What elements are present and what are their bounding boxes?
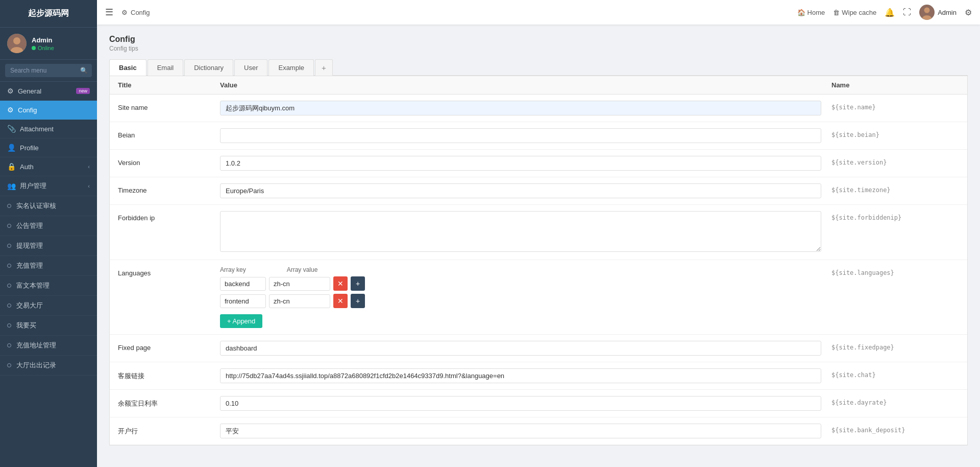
- header-title: Title: [118, 81, 220, 89]
- bank-deposit-input[interactable]: [220, 424, 821, 438]
- timezone-input[interactable]: [220, 183, 821, 198]
- sidebar-item-realname[interactable]: 实名认证审核: [0, 196, 97, 216]
- row-name-languages: ${site.languages}: [831, 266, 959, 276]
- content: Config Config tips Basic Email Dictionar…: [97, 25, 980, 467]
- gear-topbar-icon: ⚙: [121, 9, 128, 16]
- tab-example[interactable]: Example: [268, 59, 314, 76]
- gear-icon: ⚙: [7, 87, 14, 95]
- tab-add-button[interactable]: +: [315, 59, 333, 76]
- lang-key-0[interactable]: [220, 277, 266, 291]
- row-name-fixedpage: ${site.fixedpage}: [831, 341, 959, 351]
- tabs-bar: Basic Email Dictionary User Example +: [109, 59, 968, 76]
- sidebar-item-richtext[interactable]: 富文本管理: [0, 276, 97, 296]
- sidebar-item-attachment[interactable]: 📎 Attachment: [0, 120, 97, 138]
- row-name-version: ${site.version}: [831, 156, 959, 166]
- row-label-fixedpage: Fixed page: [118, 341, 220, 352]
- site-name-input[interactable]: [220, 101, 821, 115]
- circle-icon-5: [7, 284, 11, 288]
- table-row: Beian ${site.beian}: [110, 122, 967, 150]
- chat-input[interactable]: [220, 368, 821, 383]
- lang-key-1[interactable]: [220, 294, 266, 308]
- page-subtitle: Config tips: [109, 45, 968, 52]
- row-label-forbiddenip: Forbidden ip: [118, 211, 220, 222]
- lang-val-1[interactable]: [269, 294, 330, 308]
- hamburger-icon[interactable]: ☰: [105, 7, 113, 18]
- profile-icon: 👤: [7, 144, 16, 152]
- row-label-version: Version: [118, 156, 220, 167]
- delete-lang-0-button[interactable]: ✕: [333, 276, 348, 291]
- delete-lang-1-button[interactable]: ✕: [333, 294, 348, 308]
- array-row-0: ✕ +: [220, 276, 821, 291]
- sidebar-item-user-mgmt[interactable]: 👥 用户管理 ‹: [0, 176, 97, 196]
- table-row: 开户行 ${site.bank_deposit}: [110, 417, 967, 445]
- row-label-languages: Languages: [118, 266, 220, 277]
- sidebar-item-recharge[interactable]: 充值管理: [0, 256, 97, 276]
- table-row: Site name ${site.name}: [110, 95, 967, 122]
- row-name-chat: ${site.chat}: [831, 368, 959, 379]
- dayrate-input[interactable]: [220, 396, 821, 411]
- sidebar-item-more[interactable]: 大厅出出记录: [0, 356, 97, 376]
- sidebar-user: Admin Online: [0, 28, 97, 60]
- version-input[interactable]: [220, 156, 821, 171]
- beian-input[interactable]: [220, 128, 821, 143]
- notification-icon[interactable]: 🔔: [885, 8, 895, 17]
- table-row: Fixed page ${site.fixedpage}: [110, 335, 967, 362]
- new-badge: new: [76, 88, 90, 94]
- tab-basic[interactable]: Basic: [109, 59, 146, 76]
- sidebar-item-withdraw[interactable]: 提现管理: [0, 236, 97, 256]
- sidebar-item-announcements[interactable]: 公告管理: [0, 216, 97, 236]
- main-area: ☰ ⚙ Config 🏠 Home 🗑 Wipe cache 🔔 ⛶: [97, 0, 980, 467]
- tab-dictionary[interactable]: Dictionary: [184, 59, 233, 76]
- table-row: 余额宝日利率 ${site.dayrate}: [110, 390, 967, 417]
- circle-icon-2: [7, 224, 11, 228]
- sidebar-status: Online: [32, 45, 54, 51]
- append-lang-button[interactable]: + Append: [220, 314, 262, 328]
- sidebar-item-buy[interactable]: 我要买: [0, 316, 97, 336]
- wipe-cache-link[interactable]: 🗑 Wipe cache: [833, 9, 876, 16]
- add-lang-1-button[interactable]: +: [351, 294, 365, 308]
- sidebar-item-auth[interactable]: 🔒 Auth ‹: [0, 157, 97, 176]
- sidebar-item-recharge-addr[interactable]: 充值地址管理: [0, 336, 97, 356]
- tab-email[interactable]: Email: [148, 59, 184, 76]
- row-label-site-name: Site name: [118, 101, 220, 111]
- topbar-breadcrumb: ⚙ Config: [121, 9, 150, 16]
- config-table: Title Value Name Site name ${site.name} …: [109, 76, 968, 446]
- row-name-site-name: ${site.name}: [831, 101, 959, 111]
- sidebar-search-wrap: 🔍: [0, 60, 97, 82]
- lang-val-0[interactable]: [269, 277, 330, 291]
- topbar-title-text: Config: [131, 9, 150, 16]
- circle-icon: [7, 204, 11, 208]
- attachment-icon: 📎: [7, 125, 16, 133]
- tab-user[interactable]: User: [234, 59, 267, 76]
- forbidden-ip-input[interactable]: [220, 211, 821, 252]
- home-link[interactable]: 🏠 Home: [797, 9, 825, 16]
- add-lang-0-button[interactable]: +: [351, 276, 365, 291]
- config-icon: ⚙: [7, 106, 14, 114]
- search-input[interactable]: [5, 64, 92, 77]
- settings-icon[interactable]: ⚙: [965, 8, 972, 17]
- circle-icon-6: [7, 303, 11, 308]
- chevron-icon: ‹: [88, 164, 90, 170]
- sidebar: 起步源码网 Admin Online 🔍 ⚙ General new: [0, 0, 97, 467]
- sidebar-item-general[interactable]: ⚙ General new: [0, 82, 97, 101]
- row-name-bank-deposit: ${site.bank_deposit}: [831, 424, 959, 434]
- sidebar-item-exchange[interactable]: 交易大厅: [0, 296, 97, 316]
- search-icon: 🔍: [80, 67, 88, 74]
- sidebar-item-config[interactable]: ⚙ Config: [0, 101, 97, 120]
- topbar-admin[interactable]: Admin: [919, 5, 957, 20]
- sidebar-username: Admin: [32, 36, 54, 44]
- row-label-bank-deposit: 开户行: [118, 424, 220, 436]
- trash-icon: 🗑: [833, 9, 840, 16]
- auth-icon: 🔒: [7, 162, 16, 171]
- fixed-page-input[interactable]: [220, 341, 821, 356]
- array-value-label: Array value: [287, 266, 318, 273]
- avatar: [7, 34, 27, 53]
- app-logo: 起步源码网: [0, 0, 97, 28]
- topbar-right: 🏠 Home 🗑 Wipe cache 🔔 ⛶ Admin ⚙: [797, 5, 972, 20]
- fullscreen-icon[interactable]: ⛶: [903, 8, 911, 17]
- chevron-icon-2: ‹: [88, 183, 90, 189]
- table-row: Languages Array key Array value ✕ +: [110, 260, 967, 335]
- sidebar-item-profile[interactable]: 👤 Profile: [0, 138, 97, 157]
- row-name-forbiddenip: ${site.forbiddenip}: [831, 211, 959, 221]
- page-title: Config: [109, 35, 968, 44]
